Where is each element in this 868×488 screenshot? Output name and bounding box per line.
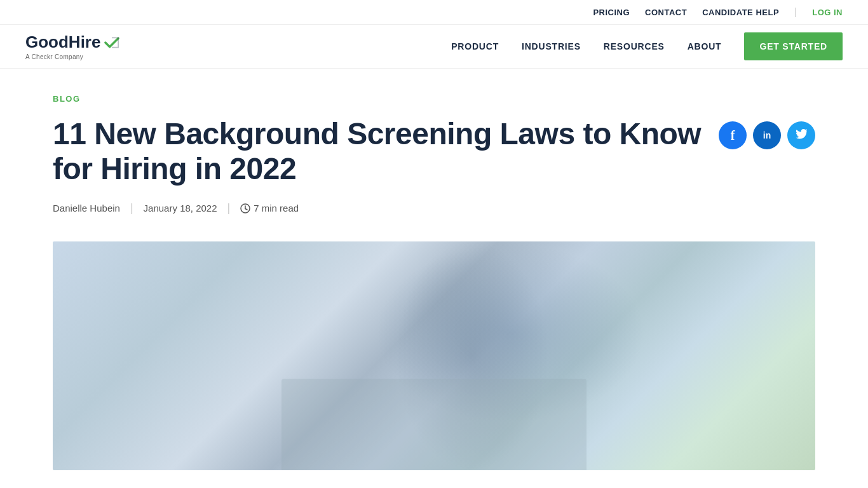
article-date: January 18, 2022 [144,203,217,214]
candidate-help-link[interactable]: CANDIDATE HELP [702,8,779,17]
main-content: BLOG 11 New Background Screening Laws to… [27,69,841,470]
meta-divider-2: | [227,201,231,215]
logo: GoodHire [25,32,121,52]
article-author: Danielle Hubein [53,203,120,214]
clock-icon [240,203,250,214]
nav-links: PRODUCT INDUSTRIES RESOURCES ABOUT GET S… [451,32,843,60]
twitter-icon [795,129,808,142]
logo-checkmark-icon [103,36,121,50]
contact-link[interactable]: CONTACT [645,8,687,17]
top-utility-bar: PRICING CONTACT CANDIDATE HELP | LOG IN [0,0,868,25]
social-share: f in [719,121,815,149]
twitter-share-button[interactable] [787,121,815,149]
linkedin-share-button[interactable]: in [753,121,781,149]
article-header: 11 New Background Screening Laws to Know… [53,116,815,235]
linkedin-icon: in [763,130,771,140]
nav-divider: | [794,6,797,18]
article-title: 11 New Background Screening Laws to Know… [53,116,714,186]
main-nav: GoodHire A Checkr Company PRODUCT INDUST… [0,25,868,69]
get-started-button[interactable]: GET STARTED [744,32,843,60]
nav-resources[interactable]: RESOURCES [604,41,665,51]
svg-line-2 [245,208,247,210]
nav-industries[interactable]: INDUSTRIES [522,41,581,51]
facebook-share-button[interactable]: f [719,121,747,149]
facebook-icon: f [731,128,735,143]
article-title-section: 11 New Background Screening Laws to Know… [53,116,714,235]
meta-divider: | [130,201,133,215]
nav-about[interactable]: ABOUT [688,41,722,51]
hero-image [53,241,815,470]
nav-product[interactable]: PRODUCT [451,41,499,51]
logo-subtitle: A Checkr Company [25,53,121,60]
pricing-link[interactable]: PRICING [593,8,630,17]
read-time: 7 min read [240,203,299,214]
read-time-label: 7 min read [254,203,299,214]
article-meta: Danielle Hubein | January 18, 2022 | 7 m… [53,201,714,215]
login-link[interactable]: LOG IN [812,8,843,17]
logo-container[interactable]: GoodHire A Checkr Company [25,32,121,60]
blog-label: BLOG [53,94,815,104]
logo-name: GoodHire [25,32,100,52]
